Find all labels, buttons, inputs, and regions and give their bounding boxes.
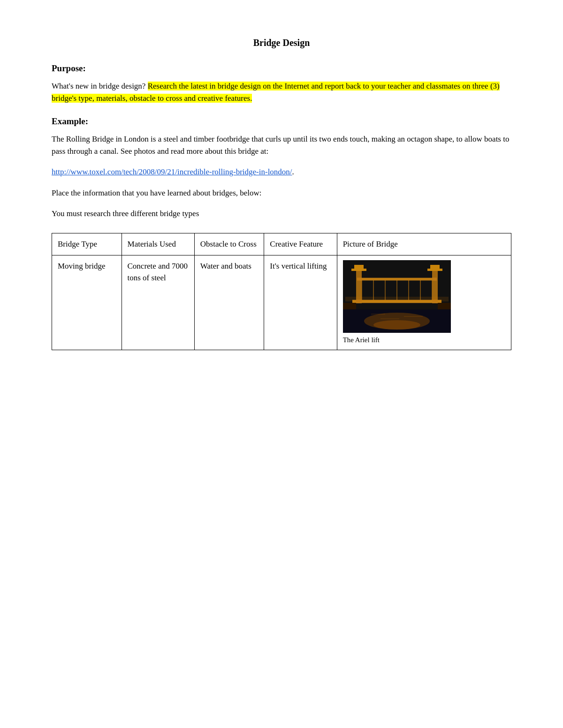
svg-rect-23 bbox=[438, 303, 451, 309]
post-link-period: . bbox=[292, 167, 294, 176]
purpose-text-before: What's new in bridge design? bbox=[52, 82, 148, 90]
page-title: Bridge Design bbox=[52, 38, 511, 48]
header-creative: Creative Feature bbox=[264, 233, 337, 255]
header-picture: Picture of Bridge bbox=[337, 233, 511, 255]
svg-rect-21 bbox=[345, 297, 449, 301]
cell-creative: It's vertical lifting bbox=[264, 255, 337, 350]
svg-rect-22 bbox=[343, 303, 356, 309]
cell-materials: Concrete and 7000 tons of steel bbox=[122, 255, 194, 350]
link-paragraph: http://www.toxel.com/tech/2008/09/21/inc… bbox=[52, 166, 511, 178]
table-row: Moving bridge Concrete and 7000 tons of … bbox=[52, 255, 511, 350]
cell-bridge-type: Moving bridge bbox=[52, 255, 122, 350]
bridge-table: Bridge Type Materials Used Obstacle to C… bbox=[52, 233, 511, 350]
image-caption: The Ariel lift bbox=[343, 335, 505, 345]
place-info-paragraph: Place the information that you have lear… bbox=[52, 187, 511, 199]
header-obstacle: Obstacle to Cross bbox=[194, 233, 264, 255]
table-container: Bridge Type Materials Used Obstacle to C… bbox=[52, 233, 511, 350]
svg-rect-10 bbox=[354, 265, 364, 270]
header-bridge-type: Bridge Type bbox=[52, 233, 122, 255]
cell-picture: The Ariel lift bbox=[337, 255, 511, 350]
example-heading: Example: bbox=[52, 116, 511, 127]
purpose-heading: Purpose: bbox=[52, 63, 511, 74]
svg-rect-11 bbox=[430, 265, 440, 270]
svg-rect-20 bbox=[357, 278, 437, 281]
svg-point-3 bbox=[373, 320, 420, 330]
header-materials: Materials Used bbox=[122, 233, 194, 255]
cell-obstacle: Water and boats bbox=[194, 255, 264, 350]
rolling-bridge-link[interactable]: http://www.toxel.com/tech/2008/09/21/inc… bbox=[52, 167, 292, 176]
research-paragraph: You must research three different bridge… bbox=[52, 208, 511, 220]
purpose-paragraph: What's new in bridge design? Research th… bbox=[52, 80, 511, 105]
bridge-image bbox=[343, 260, 451, 333]
example-paragraph: The Rolling Bridge in London is a steel … bbox=[52, 133, 511, 158]
table-header-row: Bridge Type Materials Used Obstacle to C… bbox=[52, 233, 511, 255]
